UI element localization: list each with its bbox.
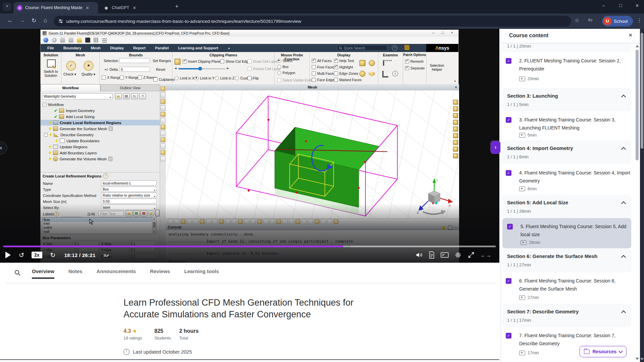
form-title: Create Local Refinement Regions [43,174,101,178]
browser-tab-course[interactable]: û Course: Fluent Meshing Master ✕ [13,2,98,13]
lecture-item-5-current[interactable]: ✓ 5. Fluent Meshing Training Course: Ses… [502,218,631,248]
address-bar[interactable]: udemy.com/course/fluent-meshing-mastercl… [54,16,571,27]
previous-lecture-button[interactable]: ‹ [0,142,7,154]
window-maximize-button[interactable]: □ [619,3,622,8]
quality-button: Quality ▾ [82,72,95,76]
tool-icon [160,131,165,136]
cutplanes-checkbox: Cutplanes [153,77,175,82]
ribbon-group-helper: Selection Helper ▼ [427,52,459,84]
slider-right-arrow: ▶ [227,67,229,70]
section-header-7[interactable]: Section 7: Describe Geometry 1 / 1 | 17m… [502,304,631,327]
bookmark-star-icon[interactable]: ☆ [575,17,579,23]
new-tab-button[interactable]: + [175,3,179,10]
tool-icon [453,147,458,152]
page-scrollbar[interactable] [640,29,644,362]
lecture-item-2[interactable]: ✓ 2. FLUENT Meshing Training Course: Ses… [501,52,635,88]
delta-label: +/- Delta [104,67,118,71]
forward-icon[interactable]: → [19,17,25,24]
tab-search-button[interactable]: ˅ [3,2,11,11]
video-player[interactable]: Geom-11 Parallel Fluent@DESKTOP-QA0K3OP … [0,29,499,263]
group-title: Solution [41,53,61,57]
browser-tab-chatgpt[interactable]: ∗ ChatGPT ✕ [100,2,166,13]
sidebar-header: Course content ✕ [501,29,640,43]
completed-checkbox[interactable]: ✓ [506,333,511,339]
completed-checkbox[interactable]: ✓ [506,278,511,284]
sidebar-close-icon[interactable]: ✕ [628,32,633,38]
lecture-item-3[interactable]: ✓ 3. Fluent Meshing Training Course: Ses… [501,111,635,140]
fullscreen-icon[interactable] [467,251,475,259]
clipping-slider [179,68,226,69]
section-header-6[interactable]: Section 6: Generate the Surface Mesh 1 /… [502,248,631,272]
collapse-chevron-icon[interactable] [621,310,626,315]
captions-panel-icon[interactable] [441,251,449,259]
completed-checkbox[interactable]: ✓ [506,170,511,176]
collapse-chevron-icon[interactable] [621,255,626,260]
fluent-close-icon: × [448,31,456,35]
scrollbar-thumb[interactable] [636,50,639,160]
completed-checkbox[interactable]: ✓ [507,224,513,229]
tool-icon [453,120,458,125]
avatar: U [603,17,611,25]
window-close-button[interactable]: × [636,3,639,9]
next-lecture-button[interactable]: › [491,141,500,154]
scrollbar-thumb[interactable] [641,33,643,149]
tab-notes[interactable]: Notes [68,268,83,279]
play-button[interactable] [5,252,11,258]
tab-close-icon[interactable]: ✕ [133,5,136,10]
site-settings-icon[interactable] [58,18,63,24]
tool-icon [160,105,165,110]
render-icon [359,71,365,77]
reload-icon[interactable]: ↻ [32,17,36,24]
collapse-chevron-icon[interactable] [621,201,626,206]
ribbon-group-patch: Patch Options Remesh Separate [403,52,427,84]
quick-search-input: Quick Search [337,45,387,51]
resources-label: Resources [592,349,616,354]
browser-menu-icon[interactable]: ⋮ [637,17,642,23]
ribbon-group-solution: Solution Switch to Solution [41,52,61,84]
section-header-4[interactable]: Section 4: Import Geometry 1 / 1 | 6min [502,140,631,164]
group-title: Mesh [61,53,99,57]
volume-icon[interactable] [415,251,423,259]
rating-value: 4.3 [123,328,131,334]
reading-list-icon[interactable]: ≡♪ [588,17,592,22]
forward-button[interactable]: ↻ [50,251,56,259]
tab-close-icon[interactable]: ✕ [86,5,89,10]
menu-display: Display [110,46,124,50]
settings-gear-icon[interactable] [454,251,462,259]
lecture-item-6[interactable]: ✓ 6. Fluent Meshing Training Course: Ses… [501,272,635,304]
lecture-item-7[interactable]: ✓ 7. Fluent Meshing Training Course: Ses… [501,327,635,362]
graphics-canvas: Y X Z [166,90,459,218]
collapse-chevron-icon[interactable] [621,95,626,99]
window-minimize-button[interactable]: – [602,3,605,8]
profile-chip[interactable]: U School [602,16,633,27]
selection-helper-button: Selection Helper [427,63,447,71]
section-header-5[interactable]: Section 5: Add Local Size 1 / 1 | 26min [502,195,631,218]
completed-checkbox[interactable]: ✓ [506,58,511,64]
sidebar-scrollbar[interactable] [635,43,639,362]
rewind-button[interactable]: ↺ [19,251,24,259]
switch-to-solution-button: Switch to Solution [41,69,61,77]
remesh-checkbox: Remesh [405,59,424,63]
chevron-down-icon [618,349,623,353]
home-icon[interactable]: ⌂ [44,17,47,24]
transcript-icon[interactable] [429,251,435,259]
tab-announcements[interactable]: Announcements [96,268,136,279]
section-header-3[interactable]: Section 3: Launching 1 / 1 | 5min [502,88,631,111]
expanded-view-icon[interactable]: ←→ [481,252,491,258]
tab-reviews[interactable]: Reviews [150,268,170,279]
delta-input: 0 [119,67,150,72]
progress-bar[interactable] [3,246,496,247]
back-icon[interactable]: ← [7,17,13,24]
tab-overview[interactable]: Overview [32,268,54,279]
resources-button[interactable]: Resources [580,346,627,357]
search-icon[interactable] [14,269,21,276]
completed-checkbox[interactable]: ✓ [506,117,511,123]
course-content-sidebar: Course content ✕ 1 / 1 | 20min ✓ 2. FLUE… [501,29,640,362]
lecture-item-4[interactable]: ✓ 4. Fluent Meshing Training Course: Ses… [501,164,635,195]
menu-parallel: Parallel [155,46,169,50]
refresh-workflow-icon: ↻ [131,93,138,99]
tab-learning-tools[interactable]: Learning tools [184,268,219,279]
collapse-chevron-icon[interactable] [621,147,626,152]
add-note-icon[interactable]: ≡ [104,252,110,258]
playback-speed-button[interactable]: 2x [32,252,42,258]
